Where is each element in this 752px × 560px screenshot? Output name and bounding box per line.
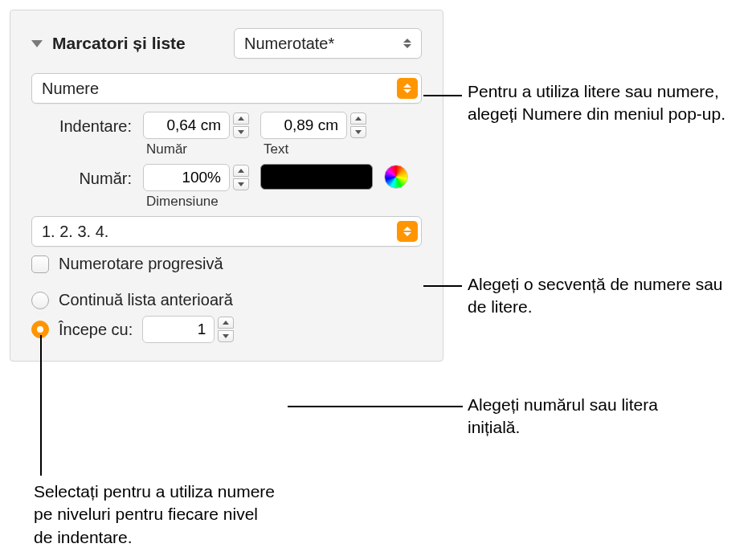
- color-controls: [260, 164, 408, 190]
- stepper-down-icon[interactable]: [233, 178, 249, 190]
- tiered-numbers-checkbox[interactable]: [31, 255, 49, 273]
- bullet-type-label: Numere: [42, 80, 397, 98]
- callout-line: [423, 285, 462, 287]
- number-sequence-dropdown[interactable]: 1. 2. 3. 4.: [31, 216, 422, 247]
- indent-text-sublabel: Text: [260, 141, 366, 157]
- number-size-stepper[interactable]: [143, 164, 249, 191]
- indent-text-field[interactable]: [260, 112, 347, 139]
- stepper-down-icon[interactable]: [233, 126, 249, 138]
- number-size-field[interactable]: [143, 164, 230, 191]
- stepper-down-icon[interactable]: [218, 330, 234, 342]
- start-from-stepper[interactable]: [142, 316, 234, 343]
- number-size-sublabel: Dimensiune: [143, 194, 249, 210]
- stepper-down-icon[interactable]: [350, 126, 366, 138]
- stepper-up-icon[interactable]: [233, 165, 249, 177]
- list-style-label: Numerotate*: [244, 35, 397, 53]
- continue-list-label: Continuă lista anterioară: [59, 291, 233, 309]
- disclosure-triangle-icon[interactable]: [31, 40, 43, 47]
- indent-row: Indentare: Număr Text: [31, 112, 422, 157]
- indent-number-stepper[interactable]: [143, 112, 249, 139]
- callout-line: [423, 95, 462, 96]
- stepper-up-icon[interactable]: [350, 112, 366, 125]
- panel-header: Marcatori și liste Numerotate*: [31, 28, 422, 59]
- indent-number-sublabel: Număr: [143, 141, 249, 157]
- chevrons-icon: [397, 221, 418, 242]
- color-well[interactable]: [260, 164, 373, 190]
- stepper-up-icon[interactable]: [218, 317, 234, 329]
- number-label: Număr:: [31, 164, 132, 188]
- bullet-type-dropdown[interactable]: Numere: [31, 73, 422, 104]
- callout-tiered: Selectați pentru a utiliza numere pe niv…: [34, 480, 275, 549]
- stepper-buttons[interactable]: [350, 112, 366, 138]
- stepper-buttons[interactable]: [218, 317, 234, 342]
- continue-list-row: Continuă lista anterioară: [31, 291, 422, 309]
- callout-start-from: Alegeți numărul sau litera inițială.: [468, 394, 709, 439]
- indent-label: Indentare:: [31, 112, 132, 136]
- stepper-up-icon[interactable]: [233, 112, 249, 125]
- tiered-numbers-row: Numerotare progresivă: [31, 255, 422, 273]
- number-sequence-label: 1. 2. 3. 4.: [42, 223, 397, 241]
- tiered-numbers-label: Numerotare progresivă: [59, 255, 223, 273]
- callout-line: [288, 406, 463, 407]
- chevrons-icon: [397, 78, 418, 99]
- number-row: Număr: Dimensiune: [31, 164, 422, 210]
- bullets-lists-panel: Marcatori și liste Numerotate* Numere In…: [10, 10, 443, 362]
- list-style-dropdown[interactable]: Numerotate*: [234, 28, 422, 59]
- start-from-row: Începe cu:: [31, 316, 422, 343]
- continue-list-radio[interactable]: [31, 292, 49, 309]
- section-title: Marcatori și liste: [52, 34, 186, 53]
- callout-sequence: Alegeți o secvență de numere sau de lite…: [468, 273, 733, 319]
- start-from-label: Începe cu:: [59, 321, 133, 339]
- start-from-field[interactable]: [142, 316, 215, 343]
- color-wheel-icon[interactable]: [384, 165, 408, 189]
- stepper-buttons[interactable]: [233, 112, 249, 138]
- callout-line: [40, 335, 42, 476]
- indent-number-field[interactable]: [143, 112, 230, 139]
- stepper-buttons[interactable]: [233, 165, 249, 190]
- indent-text-stepper[interactable]: [260, 112, 366, 139]
- chevrons-icon: [397, 33, 418, 54]
- callout-bullet-type: Pentru a utiliza litere sau numere, aleg…: [468, 80, 733, 126]
